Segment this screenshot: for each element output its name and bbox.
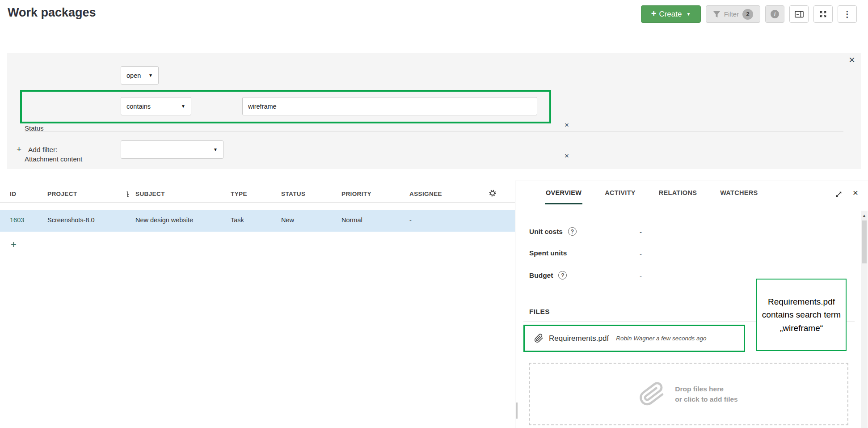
add-filter-plus-icon[interactable]: + xyxy=(17,144,21,154)
attachment-operator-value: contains xyxy=(126,103,151,110)
hierarchy-icon[interactable] xyxy=(126,191,132,198)
settings-menu-button[interactable]: ⋮ xyxy=(838,5,857,23)
remove-attachment-filter-icon[interactable]: × xyxy=(565,152,569,161)
paperclip-icon xyxy=(534,334,544,343)
table-row[interactable]: 1603 Screenshots-8.0 New design website … xyxy=(0,210,515,232)
close-panel-icon[interactable]: × xyxy=(853,187,858,198)
fullscreen-button[interactable] xyxy=(813,5,833,23)
spent-units-value: - xyxy=(640,250,642,258)
filter-count-badge: 2 xyxy=(742,9,753,20)
file-meta: Robin Wagner a few seconds ago xyxy=(616,335,706,342)
column-header-assignee[interactable]: ASSIGNEE xyxy=(409,191,442,197)
unit-costs-value: - xyxy=(640,228,642,236)
filter-panel-close-icon[interactable]: × xyxy=(849,54,855,66)
card-view-icon xyxy=(795,11,804,18)
filter-divider xyxy=(25,131,843,132)
gear-icon[interactable] xyxy=(489,190,496,197)
column-header-subject[interactable]: SUBJECT xyxy=(135,191,165,197)
chevron-down-icon: ▼ xyxy=(175,104,185,109)
panel-resize-handle[interactable] xyxy=(516,403,518,419)
info-icon: i xyxy=(771,10,779,18)
dropzone-line1: Drop files here xyxy=(675,385,724,393)
chevron-down-icon: ▼ xyxy=(142,73,153,78)
attachment-operator-select[interactable]: contains ▼ xyxy=(121,97,191,115)
detail-tabs: OVERVIEW ACTIVITY RELATIONS WATCHERS xyxy=(515,181,868,206)
kebab-menu-icon: ⋮ xyxy=(843,10,851,18)
budget-field: Budget ? xyxy=(529,271,567,280)
help-icon[interactable]: ? xyxy=(558,271,567,280)
chevron-down-icon: ▼ xyxy=(686,12,691,17)
panel-scrollbar[interactable]: ▲ xyxy=(861,211,868,428)
annotation-callout: Requirements.pdf contains search term „w… xyxy=(756,279,847,351)
page-title: Work packages xyxy=(8,6,96,20)
remove-status-filter-icon[interactable]: × xyxy=(565,121,569,130)
budget-label: Budget xyxy=(529,271,553,280)
attachment-filter-label: Attachment content xyxy=(25,155,82,163)
column-header-priority[interactable]: PRIORITY xyxy=(341,191,371,197)
create-button[interactable]: + Create ▼ xyxy=(641,5,701,23)
file-dropzone[interactable]: Drop files here or click to add files xyxy=(529,363,848,425)
status-filter-label: Status xyxy=(25,124,44,132)
cell-subject: New design website xyxy=(135,216,193,224)
cell-project: Screenshots-8.0 xyxy=(47,216,95,224)
scrollbar-thumb[interactable] xyxy=(862,220,867,263)
spent-units-label: Spent units xyxy=(529,249,567,257)
chevron-down-icon: ▼ xyxy=(207,147,218,152)
attachment-content-input[interactable] xyxy=(242,97,537,115)
toolbar: + Create ▼ Filter 2 i xyxy=(641,5,857,23)
spent-units-field: Spent units xyxy=(529,249,567,257)
file-name[interactable]: Requirements.pdf xyxy=(549,334,609,343)
cell-priority: Normal xyxy=(341,216,362,224)
tab-relations[interactable]: RELATIONS xyxy=(659,189,697,198)
add-filter-select[interactable]: ▼ xyxy=(121,140,223,159)
help-icon[interactable]: ? xyxy=(568,227,577,236)
add-work-package-icon[interactable]: + xyxy=(11,239,17,250)
filter-button-label: Filter xyxy=(724,10,739,18)
plus-icon: + xyxy=(651,8,657,19)
table-header: ID PROJECT SUBJECT TYPE STATUS PRIORITY … xyxy=(0,188,515,203)
scroll-up-icon[interactable]: ▲ xyxy=(861,213,868,218)
info-button[interactable]: i xyxy=(765,5,784,23)
create-button-label: Create xyxy=(659,10,682,19)
column-header-project[interactable]: PROJECT xyxy=(47,191,77,197)
view-mode-button[interactable] xyxy=(789,5,809,23)
column-header-id[interactable]: ID xyxy=(10,191,16,197)
filter-panel: × Status open ▼ × Attachment content con… xyxy=(7,53,861,169)
paperclip-icon xyxy=(639,381,665,407)
unit-costs-label: Unit costs xyxy=(529,228,563,236)
work-packages-page: Work packages + Create ▼ Filter 2 i xyxy=(0,0,868,428)
cell-status: New xyxy=(281,216,294,224)
add-filter-label: Add filter: xyxy=(28,146,57,154)
column-header-type[interactable]: TYPE xyxy=(231,191,247,197)
unit-costs-field: Unit costs ? xyxy=(529,227,577,236)
status-operator-value: open xyxy=(126,72,141,79)
column-header-status[interactable]: STATUS xyxy=(281,191,305,197)
budget-value: - xyxy=(640,272,642,280)
funnel-icon xyxy=(713,11,721,18)
fullscreen-icon xyxy=(819,10,827,18)
tab-overview[interactable]: OVERVIEW xyxy=(546,189,581,198)
filter-button[interactable]: Filter 2 xyxy=(706,5,760,23)
status-operator-select[interactable]: open ▼ xyxy=(121,66,159,85)
cell-assignee: - xyxy=(409,216,412,224)
files-section-heading: FILES xyxy=(529,308,550,316)
cell-id[interactable]: 1603 xyxy=(10,216,24,224)
dropzone-line2: or click to add files xyxy=(675,395,737,403)
tab-activity[interactable]: ACTIVITY xyxy=(605,189,635,198)
cell-type: Task xyxy=(231,216,244,224)
attachment-file-item[interactable]: Requirements.pdf Robin Wagner a few seco… xyxy=(523,325,745,352)
expand-panel-icon[interactable] xyxy=(835,191,842,198)
tab-watchers[interactable]: WATCHERS xyxy=(720,189,758,198)
